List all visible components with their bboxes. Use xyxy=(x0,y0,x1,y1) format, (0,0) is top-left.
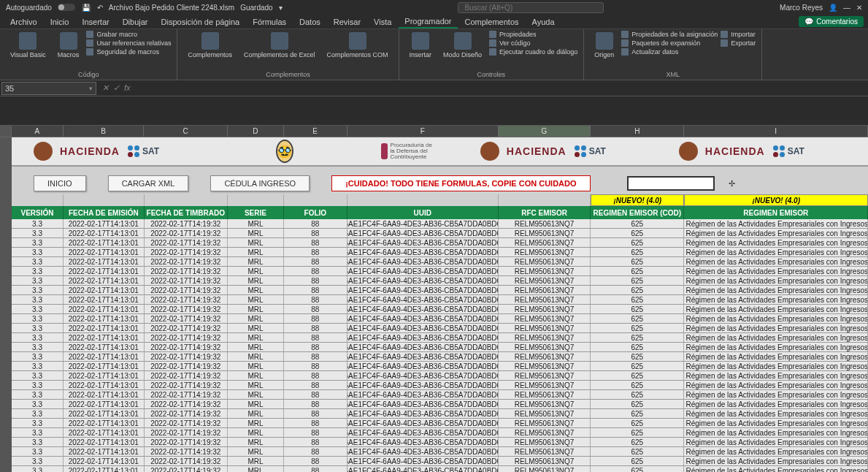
cell[interactable]: 2022-02-17T14:19:32 xyxy=(145,371,228,380)
cell[interactable]: 88 xyxy=(284,229,347,237)
cell[interactable]: 3.3 xyxy=(12,400,64,408)
table-row[interactable]: 3.32022-02-17T14:13:012022-02-17T14:19:3… xyxy=(12,343,868,352)
cell[interactable]: RELM950613NQ7 xyxy=(499,409,591,418)
active-cell[interactable] xyxy=(627,176,715,191)
cell[interactable]: 6AE1FC4F-6AA9-4DE3-AB36-CB5A7DDA0BD6 xyxy=(347,400,499,408)
cell[interactable]: RELM950613NQ7 xyxy=(499,248,591,256)
table-header-cell[interactable]: REGIMEN EMISOR (COD) xyxy=(591,206,684,219)
cell[interactable]: 6AE1FC4F-6AA9-4DE3-AB36-CB5A7DDA0BD6 xyxy=(347,324,499,332)
table-row[interactable]: 3.32022-02-17T14:13:012022-02-17T14:19:3… xyxy=(12,381,868,390)
cell[interactable]: 6AE1FC4F-6AA9-4DE3-AB36-CB5A7DDA0BD6 xyxy=(347,333,499,342)
cell[interactable]: 2022-02-17T14:13:01 xyxy=(64,466,145,472)
tab-disposición-de-página[interactable]: Disposición de página xyxy=(155,16,246,28)
cell[interactable]: 88 xyxy=(284,428,347,437)
cell[interactable]: 2022-02-17T14:19:32 xyxy=(145,324,228,332)
cell[interactable]: 88 xyxy=(284,371,347,380)
cell[interactable]: 88 xyxy=(284,352,347,361)
cell[interactable]: MRL xyxy=(228,229,284,237)
cell[interactable]: 6AE1FC4F-6AA9-4DE3-AB36-CB5A7DDA0BD6 xyxy=(347,381,499,389)
cell[interactable]: RELM950613NQ7 xyxy=(499,447,591,456)
cell[interactable]: 625 xyxy=(591,400,684,408)
cell[interactable]: RELM950613NQ7 xyxy=(499,390,591,399)
cancel-formula-icon[interactable]: ✕ xyxy=(102,83,109,93)
table-row[interactable]: 3.32022-02-17T14:13:012022-02-17T14:19:3… xyxy=(12,314,868,324)
cell[interactable]: 2022-02-17T14:13:01 xyxy=(64,219,145,228)
cell[interactable]: 6AE1FC4F-6AA9-4DE3-AB36-CB5A7DDA0BD6 xyxy=(347,229,499,237)
cell[interactable]: 6AE1FC4F-6AA9-4DE3-AB36-CB5A7DDA0BD6 xyxy=(347,238,499,247)
cell[interactable]: 625 xyxy=(591,362,684,370)
cell[interactable]: 88 xyxy=(284,381,347,389)
cell[interactable]: MRL xyxy=(228,257,284,266)
cell[interactable]: 3.3 xyxy=(12,229,64,237)
tab-vista[interactable]: Vista xyxy=(368,16,397,28)
cell[interactable]: 88 xyxy=(284,219,347,228)
cell[interactable]: MRL xyxy=(228,352,284,361)
cell[interactable]: 2022-02-17T14:13:01 xyxy=(64,343,145,351)
cell[interactable]: MRL xyxy=(228,400,284,408)
cell[interactable]: 2022-02-17T14:19:32 xyxy=(145,229,228,237)
cell[interactable]: 3.3 xyxy=(12,305,64,313)
cell[interactable]: 6AE1FC4F-6AA9-4DE3-AB36-CB5A7DDA0BD6 xyxy=(347,276,499,285)
cell[interactable]: MRL xyxy=(228,457,284,465)
column-header-E[interactable]: E xyxy=(284,126,347,137)
cell[interactable]: Régimen de las Actividades Empresariales… xyxy=(684,229,868,237)
user-avatar-icon[interactable]: 👤 xyxy=(829,4,837,12)
cell[interactable]: 3.3 xyxy=(12,286,64,294)
cell[interactable]: 2022-02-17T14:13:01 xyxy=(64,447,145,456)
cell[interactable]: Régimen de las Actividades Empresariales… xyxy=(684,447,868,456)
cell[interactable]: 2022-02-17T14:19:32 xyxy=(145,419,228,427)
cell[interactable]: 2022-02-17T14:13:01 xyxy=(64,305,145,313)
cell[interactable]: 3.3 xyxy=(12,257,64,266)
cell[interactable]: Régimen de las Actividades Empresariales… xyxy=(684,371,868,380)
record-macro-button[interactable]: Grabar macro xyxy=(86,31,171,38)
cell[interactable]: Régimen de las Actividades Empresariales… xyxy=(684,457,868,465)
cell[interactable]: Régimen de las Actividades Empresariales… xyxy=(684,381,868,389)
row-gutter[interactable] xyxy=(0,137,12,472)
cell[interactable]: 2022-02-17T14:13:01 xyxy=(64,457,145,465)
design-mode-button[interactable]: Modo Diseño xyxy=(439,31,486,60)
cell[interactable]: RELM950613NQ7 xyxy=(499,267,591,275)
cell[interactable]: Régimen de las Actividades Empresariales… xyxy=(684,248,868,256)
cell[interactable]: Régimen de las Actividades Empresariales… xyxy=(684,257,868,266)
column-header-F[interactable]: F xyxy=(347,126,499,137)
fx-icon[interactable]: fx xyxy=(124,83,131,93)
cell[interactable]: 2022-02-17T14:19:32 xyxy=(145,295,228,304)
cell[interactable]: 2022-02-17T14:19:32 xyxy=(145,343,228,351)
cell[interactable]: 2022-02-17T14:13:01 xyxy=(64,381,145,389)
table-header-cell[interactable]: VERSIÓN xyxy=(12,206,64,219)
cell[interactable]: Régimen de las Actividades Empresariales… xyxy=(684,400,868,408)
cell[interactable]: 6AE1FC4F-6AA9-4DE3-AB36-CB5A7DDA0BD6 xyxy=(347,419,499,427)
column-header-A[interactable]: A xyxy=(12,126,64,137)
cell[interactable]: 625 xyxy=(591,257,684,266)
cell[interactable]: 88 xyxy=(284,438,347,446)
cell[interactable]: RELM950613NQ7 xyxy=(499,324,591,332)
cell[interactable]: RELM950613NQ7 xyxy=(499,400,591,408)
cell[interactable]: 88 xyxy=(284,447,347,456)
cell[interactable]: RELM950613NQ7 xyxy=(499,428,591,437)
cell[interactable]: Régimen de las Actividades Empresariales… xyxy=(684,286,868,294)
cell[interactable]: 3.3 xyxy=(12,295,64,304)
cell[interactable]: 88 xyxy=(284,305,347,313)
inicio-button[interactable]: INICIO xyxy=(34,175,86,191)
autosave-toggle[interactable] xyxy=(58,4,75,11)
column-header-I[interactable]: I xyxy=(684,126,868,137)
cell[interactable]: Régimen de las Actividades Empresariales… xyxy=(684,276,868,285)
cell[interactable]: 88 xyxy=(284,390,347,399)
cell[interactable]: 6AE1FC4F-6AA9-4DE3-AB36-CB5A7DDA0BD6 xyxy=(347,428,499,437)
cell[interactable]: RELM950613NQ7 xyxy=(499,371,591,380)
select-all-corner[interactable] xyxy=(0,126,12,137)
table-row[interactable]: 3.32022-02-17T14:13:012022-02-17T14:19:3… xyxy=(12,438,868,447)
cell[interactable]: RELM950613NQ7 xyxy=(499,466,591,472)
cell[interactable]: 6AE1FC4F-6AA9-4DE3-AB36-CB5A7DDA0BD6 xyxy=(347,457,499,465)
cell[interactable]: 6AE1FC4F-6AA9-4DE3-AB36-CB5A7DDA0BD6 xyxy=(347,267,499,275)
cell[interactable]: 625 xyxy=(591,305,684,313)
cell[interactable]: MRL xyxy=(228,305,284,313)
cell[interactable]: 2022-02-17T14:13:01 xyxy=(64,238,145,247)
table-row[interactable]: 3.32022-02-17T14:13:012022-02-17T14:19:3… xyxy=(12,324,868,333)
cell[interactable]: 2022-02-17T14:13:01 xyxy=(64,352,145,361)
excel-addins-button[interactable]: Complementos de Excel xyxy=(239,31,320,60)
cell[interactable]: 2022-02-17T14:19:32 xyxy=(145,219,228,228)
cell[interactable]: 2022-02-17T14:13:01 xyxy=(64,276,145,285)
tab-datos[interactable]: Datos xyxy=(293,16,326,28)
cell[interactable]: RELM950613NQ7 xyxy=(499,352,591,361)
